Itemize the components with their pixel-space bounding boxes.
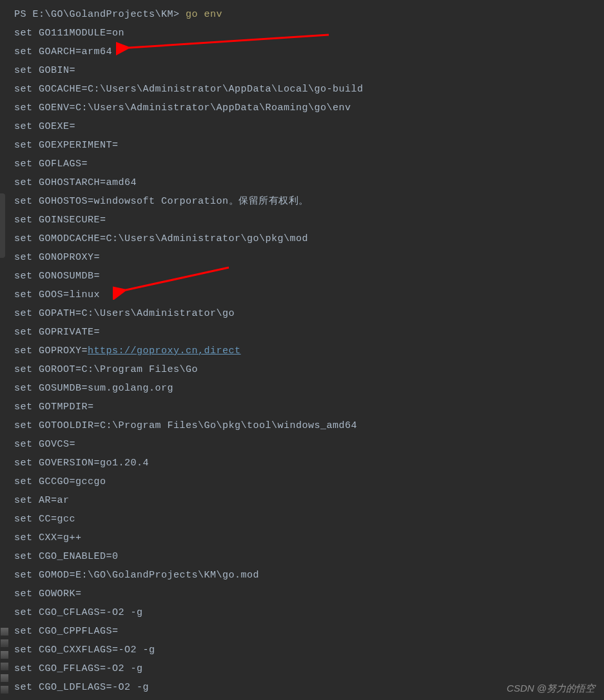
env-line: set CGO_ENABLED=0 bbox=[14, 547, 604, 566]
env-line: set GOROOT=C:\Program Files\Go bbox=[14, 360, 604, 379]
env-line-goos: set GOOS=linux bbox=[14, 286, 604, 304]
env-line: set GOTMPDIR= bbox=[14, 398, 604, 416]
gutter-icon[interactable] bbox=[1, 651, 8, 659]
env-line: set GONOPROXY= bbox=[14, 248, 604, 267]
env-line: set GOHOSTARCH=amd64 bbox=[14, 173, 604, 192]
env-line: set GOPRIVATE= bbox=[14, 323, 604, 342]
env-line: set GO111MODULE=on bbox=[14, 24, 604, 43]
gutter-icon[interactable] bbox=[1, 628, 8, 636]
env-line: set CGO_CXXFLAGS=-O2 -g bbox=[14, 641, 604, 659]
env-line: set GOCACHE=C:\Users\Administrator\AppDa… bbox=[14, 80, 604, 99]
env-line: set GOINSECURE= bbox=[14, 211, 604, 229]
env-line: set GOHOSTOS=windowsoft Corporation。保留所有… bbox=[14, 192, 604, 211]
proxy-prefix: set GOPROXY= bbox=[14, 345, 88, 356]
env-line: set GOFLAGS= bbox=[14, 155, 604, 173]
gutter-icon[interactable] bbox=[1, 686, 8, 694]
gutter-icon[interactable] bbox=[1, 639, 8, 647]
env-line: set GOENV=C:\Users\Administrator\AppData… bbox=[14, 99, 604, 117]
proxy-url-link[interactable]: https://goproxy.cn,direct bbox=[88, 345, 241, 356]
env-line: set CC=gcc bbox=[14, 510, 604, 529]
env-line: set GCCGO=gccgo bbox=[14, 472, 604, 491]
env-line: set GOBIN= bbox=[14, 61, 604, 80]
prompt-line: PS E:\GO\GolandProjects\KM> go env bbox=[14, 5, 604, 24]
watermark-text: CSDN @努力的悟空 bbox=[507, 683, 595, 695]
command-text: go env bbox=[186, 9, 222, 20]
env-line-goarch: set GOARCH=arm64 bbox=[14, 43, 604, 61]
env-line: set GONOSUMDB= bbox=[14, 267, 604, 286]
env-line: set GOVCS= bbox=[14, 435, 604, 454]
env-line: set GOEXPERIMENT= bbox=[14, 136, 604, 155]
side-tab-handle[interactable] bbox=[0, 193, 5, 258]
terminal-output[interactable]: PS E:\GO\GolandProjects\KM> go env set G… bbox=[0, 0, 604, 697]
env-line: set GOSUMDB=sum.golang.org bbox=[14, 379, 604, 398]
env-line: set GOPATH=C:\Users\Administrator\go bbox=[14, 304, 604, 323]
prompt-text: PS E:\GO\GolandProjects\KM> bbox=[14, 9, 186, 20]
env-line: set CGO_CPPFLAGS= bbox=[14, 622, 604, 641]
gutter-icon[interactable] bbox=[1, 663, 8, 670]
env-line: set CGO_FFLAGS=-O2 -g bbox=[14, 659, 604, 678]
gutter-tool-icons bbox=[0, 628, 9, 694]
env-line-goproxy: set GOPROXY=https://goproxy.cn,direct bbox=[14, 342, 604, 360]
env-line: set GOMOD=E:\GO\GolandProjects\KM\go.mod bbox=[14, 566, 604, 585]
env-line: set CXX=g++ bbox=[14, 529, 604, 547]
env-line: set GOTOOLDIR=C:\Program Files\Go\pkg\to… bbox=[14, 416, 604, 435]
env-line: set CGO_CFLAGS=-O2 -g bbox=[14, 603, 604, 622]
env-line: set GOEXE= bbox=[14, 117, 604, 136]
env-line: set GOWORK= bbox=[14, 585, 604, 603]
env-line: set GOVERSION=go1.20.4 bbox=[14, 454, 604, 472]
env-line: set GOMODCACHE=C:\Users\Administrator\go… bbox=[14, 229, 604, 248]
gutter-icon[interactable] bbox=[1, 674, 8, 682]
env-line: set AR=ar bbox=[14, 491, 604, 510]
